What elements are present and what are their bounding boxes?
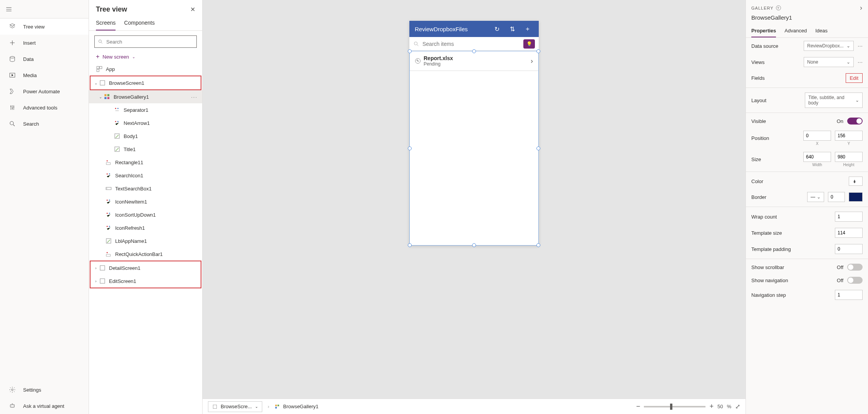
chevron-right-icon[interactable]: › <box>93 266 99 270</box>
app-search-input[interactable] <box>422 41 520 47</box>
tree-browse-gallery[interactable]: ⌄ BrowseGallery1 ··· <box>89 90 202 103</box>
chevron-down-icon[interactable]: ⌄ <box>93 81 99 85</box>
tree-separator[interactable]: Separator1 <box>89 103 202 116</box>
edit-fields-button[interactable]: Edit <box>846 73 863 83</box>
tree-edit-screen[interactable]: › EditScreen1 <box>90 274 201 288</box>
zoom-slider[interactable] <box>644 406 705 407</box>
chevron-right-icon[interactable]: › <box>93 279 99 283</box>
add-icon[interactable]: ＋ <box>522 25 533 33</box>
edit-template-icon[interactable]: ✎ <box>415 58 421 64</box>
visible-toggle[interactable] <box>847 118 863 125</box>
nav-power-automate[interactable]: Power Automate <box>0 83 89 99</box>
breadcrumb-sep: › <box>268 404 269 409</box>
nav-label: Insert <box>23 40 36 46</box>
tab-ideas[interactable]: Ideas <box>815 25 828 37</box>
app-header: ReviewDropboxFiles ↻ ⇅ ＋ <box>409 21 539 37</box>
border-color-picker[interactable] <box>849 192 863 202</box>
resize-handle[interactable] <box>536 243 540 247</box>
tree-search-box[interactable] <box>94 35 197 48</box>
tree-node-label: RectQuickActionBar1 <box>115 251 202 257</box>
nav-insert[interactable]: Insert <box>0 35 89 51</box>
template-padding-input[interactable] <box>835 244 863 254</box>
tree-iconsortupdown[interactable]: IconSortUpDown1 <box>89 208 202 221</box>
new-screen-button[interactable]: + New screen ⌄ <box>89 51 202 62</box>
nav-media[interactable]: Media <box>0 67 89 83</box>
size-width-input[interactable] <box>803 152 831 162</box>
tree-detail-screen[interactable]: › DetailScreen1 <box>90 261 201 274</box>
data-source-dropdown[interactable]: ReviewDropbox...⌄ <box>804 41 854 51</box>
layout-dropdown[interactable]: Title, subtitle, and body⌄ <box>805 93 863 108</box>
sort-icon[interactable]: ⇅ <box>506 25 518 33</box>
prop-label: Show navigation <box>751 278 833 283</box>
prop-label: Data source <box>751 43 800 49</box>
tree-node-label: LblAppName1 <box>115 238 202 244</box>
chevron-down-icon[interactable]: ⌄ <box>97 95 104 99</box>
hamburger-button[interactable] <box>0 0 89 19</box>
nav-data[interactable]: Data <box>0 51 89 67</box>
resize-handle[interactable] <box>472 243 476 247</box>
tab-components[interactable]: Components <box>124 16 154 30</box>
scrollbar-toggle[interactable] <box>847 264 863 271</box>
tree-iconnewitem[interactable]: IconNewItem1 <box>89 195 202 208</box>
zoom-in-button[interactable]: + <box>709 402 714 411</box>
position-x-input[interactable] <box>803 131 831 141</box>
tree-nextarrow[interactable]: NextArrow1 <box>89 116 202 130</box>
tab-advanced[interactable]: Advanced <box>784 25 807 37</box>
border-style-dropdown[interactable]: ⌄ <box>807 192 824 202</box>
ideas-icon[interactable]: 💡 <box>523 39 535 49</box>
tree-browse-screen[interactable]: ⌄ BrowseScreen1 <box>90 76 201 89</box>
more-options-button[interactable]: ⋯ <box>858 43 863 49</box>
gallery-item[interactable]: ✎ Report.xlsx Pending › <box>410 51 538 71</box>
prop-label: Position <box>751 135 799 141</box>
resize-handle[interactable] <box>536 49 540 53</box>
svg-point-10 <box>99 40 101 42</box>
zoom-out-button[interactable]: − <box>636 402 640 411</box>
nav-ask-agent[interactable]: Ask a virtual agent <box>0 398 89 414</box>
template-size-input[interactable] <box>835 228 863 238</box>
resize-handle[interactable] <box>472 49 476 53</box>
close-icon[interactable]: ✕ <box>190 6 195 13</box>
resize-handle[interactable] <box>536 146 540 150</box>
nav-tree-view[interactable]: Tree view <box>0 19 89 35</box>
size-height-input[interactable] <box>835 152 863 162</box>
help-icon[interactable]: ? <box>776 5 781 10</box>
chevron-right-icon[interactable]: › <box>860 4 863 12</box>
resize-handle[interactable] <box>408 49 412 53</box>
fit-screen-icon[interactable]: ⤢ <box>735 403 740 410</box>
nav-search[interactable]: Search <box>0 116 89 132</box>
views-dropdown[interactable]: None⌄ <box>804 57 854 67</box>
axis-label: Height <box>843 163 855 167</box>
tab-properties[interactable]: Properties <box>751 25 776 37</box>
tree-iconrefresh[interactable]: IconRefresh1 <box>89 221 202 234</box>
nav-advanced-tools[interactable]: Advanced tools <box>0 99 89 116</box>
tree-searchicon[interactable]: SearchIcon1 <box>89 169 202 182</box>
navigation-step-input[interactable] <box>835 290 863 300</box>
border-width-input[interactable] <box>828 192 845 202</box>
resize-handle[interactable] <box>408 146 412 150</box>
screen-selector-dropdown[interactable]: BrowseScre... ⌄ <box>208 401 262 412</box>
tree-textsearchbox[interactable]: TextSearchBox1 <box>89 182 202 195</box>
navigation-toggle[interactable] <box>847 277 863 284</box>
tree-title[interactable]: Title1 <box>89 143 202 156</box>
wrap-count-input[interactable] <box>835 212 863 222</box>
tree-rectquickaction[interactable]: RectQuickActionBar1 <box>89 247 202 261</box>
more-options-button[interactable]: ··· <box>186 94 202 100</box>
svg-point-22 <box>117 121 119 122</box>
resize-handle[interactable] <box>408 243 412 247</box>
more-options-button[interactable]: ⋯ <box>858 59 863 65</box>
nav-label: Data <box>23 56 34 62</box>
tree-search-input[interactable] <box>106 39 193 45</box>
refresh-icon[interactable]: ↻ <box>491 25 503 33</box>
panel-category: GALLERY <box>751 6 774 10</box>
tab-screens[interactable]: Screens <box>96 16 116 30</box>
tree-body[interactable]: Body1 <box>89 130 202 143</box>
chevron-right-icon[interactable]: › <box>531 57 533 65</box>
screen-icon <box>99 278 106 284</box>
gallery-selection[interactable]: ✎ Report.xlsx Pending › <box>409 51 539 246</box>
nav-settings[interactable]: Settings <box>0 382 89 398</box>
tree-rectangle[interactable]: Rectangle11 <box>89 156 202 169</box>
tree-app-node[interactable]: App <box>89 62 202 76</box>
tree-lblappname[interactable]: LblAppName1 <box>89 234 202 247</box>
position-y-input[interactable] <box>835 131 863 141</box>
color-picker[interactable] <box>849 177 863 186</box>
